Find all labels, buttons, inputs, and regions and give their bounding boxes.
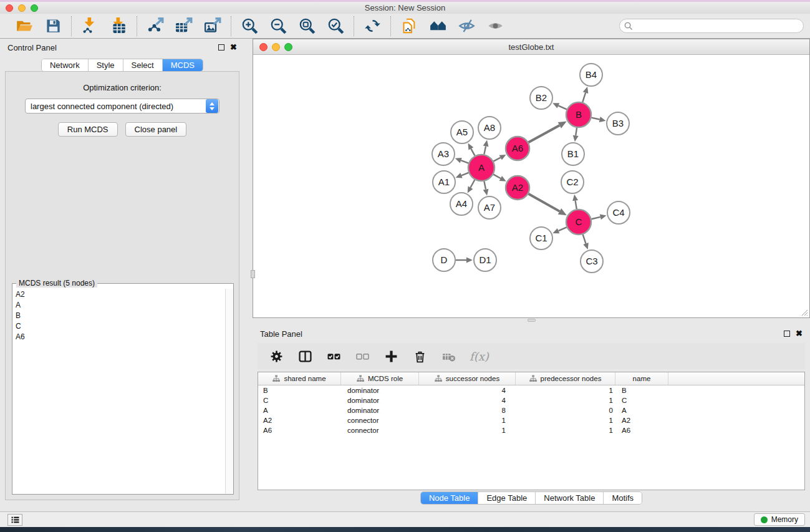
table-cell[interactable]: 1 xyxy=(419,417,516,424)
refresh-button[interactable] xyxy=(363,17,382,36)
resize-grip-icon[interactable] xyxy=(800,308,808,316)
tab-network-table[interactable]: Network Table xyxy=(536,492,604,504)
import-network-button[interactable] xyxy=(80,17,99,36)
graph-edge-C-C2[interactable] xyxy=(576,201,577,210)
close-panel-icon[interactable]: ✖ xyxy=(230,44,237,51)
export-network-button[interactable] xyxy=(146,17,165,36)
mcds-result-item[interactable]: C xyxy=(13,321,224,331)
column-header-name[interactable]: name xyxy=(615,372,668,385)
graph-edge-A-A1[interactable] xyxy=(461,173,468,175)
table-row[interactable]: Cdominator41C xyxy=(258,395,804,405)
table-cell[interactable]: 1 xyxy=(516,417,615,424)
float-table-panel-icon[interactable] xyxy=(784,331,790,337)
function-builder-button[interactable]: f(x) xyxy=(470,350,489,363)
graph-edge-A-A4[interactable] xyxy=(470,180,475,187)
mcds-result-item[interactable]: A2 xyxy=(13,289,224,299)
graph-edge-C-C1[interactable] xyxy=(559,227,567,231)
tab-mcds[interactable]: MCDS xyxy=(163,59,203,71)
network-graph[interactable]: B4B2BB3A5A8A6A3B1AA1C2A2A4A7C4CC1DD1C3 xyxy=(253,55,809,317)
mcds-result-item[interactable]: A xyxy=(13,299,224,310)
deselect-all-button[interactable] xyxy=(355,349,370,364)
network-canvas[interactable]: B4B2BB3A5A8A6A3B1AA1C2A2A4A7C4CC1DD1C3 xyxy=(253,55,809,317)
import-table-button[interactable] xyxy=(109,17,128,36)
table-row[interactable]: Adominator80A xyxy=(258,405,804,415)
tab-select[interactable]: Select xyxy=(123,59,163,71)
graph-edge-A-A6[interactable] xyxy=(493,158,500,162)
add-column-button[interactable] xyxy=(383,349,398,364)
graph-edge-B-B3[interactable] xyxy=(591,118,599,120)
mcds-result-item[interactable]: B xyxy=(13,310,224,321)
table-cell[interactable]: A2 xyxy=(615,417,668,424)
table-cell[interactable]: B xyxy=(258,387,341,394)
task-history-button[interactable] xyxy=(7,514,22,526)
zoom-fit-button[interactable] xyxy=(297,17,316,36)
search-box[interactable] xyxy=(619,19,804,33)
table-cell[interactable]: 8 xyxy=(419,407,516,414)
graph-edge-A6-B[interactable] xyxy=(529,125,560,142)
table-cell[interactable]: 1 xyxy=(419,427,516,434)
table-cell[interactable]: 1 xyxy=(516,427,615,434)
table-cell[interactable]: C xyxy=(615,397,668,404)
table-row[interactable]: A2connector11A2 xyxy=(258,415,804,425)
tab-node-table[interactable]: Node Table xyxy=(421,492,479,504)
graph-edge-A-A2[interactable] xyxy=(493,175,501,178)
graph-edge-A2-C[interactable] xyxy=(528,194,559,211)
table-cell[interactable]: connector xyxy=(341,427,419,434)
tab-motifs[interactable]: Motifs xyxy=(604,492,642,504)
column-header-predecessor-nodes[interactable]: predecessor nodes xyxy=(516,372,615,385)
zoom-in-button[interactable] xyxy=(240,17,259,36)
table-cell[interactable]: dominator xyxy=(341,407,419,414)
tab-edge-table[interactable]: Edge Table xyxy=(478,492,536,504)
table-row[interactable]: Bdominator41B xyxy=(258,385,804,395)
close-table-panel-icon[interactable]: ✖ xyxy=(796,331,803,337)
table-cell[interactable]: B xyxy=(615,387,668,394)
document-network-button[interactable] xyxy=(400,17,418,36)
export-table-button[interactable] xyxy=(175,17,193,36)
table-cell[interactable]: 4 xyxy=(419,397,516,404)
table-row[interactable]: A6connector11A6 xyxy=(258,425,804,435)
float-panel-icon[interactable] xyxy=(218,44,224,51)
table-cell[interactable]: 1 xyxy=(516,387,615,394)
graph-edge-C-C4[interactable] xyxy=(591,217,600,219)
houses-button[interactable] xyxy=(428,17,447,36)
network-window-titlebar[interactable]: testGlobe.txt xyxy=(253,39,809,55)
zoom-selected-button[interactable] xyxy=(326,17,345,36)
table-cell[interactable]: A6 xyxy=(615,427,668,434)
graph-edge-B-B1[interactable] xyxy=(576,128,577,136)
column-header-successor-nodes[interactable]: successor nodes xyxy=(419,372,516,385)
graph-edge-B-B4[interactable] xyxy=(582,93,586,102)
run-mcds-button[interactable]: Run MCDS xyxy=(58,122,118,137)
trash-button[interactable] xyxy=(412,349,427,364)
column-header-shared-name[interactable]: shared name xyxy=(258,372,341,385)
table-cell[interactable]: dominator xyxy=(341,397,419,404)
tab-network[interactable]: Network xyxy=(42,59,89,71)
graph-edge-B-B2[interactable] xyxy=(558,105,566,109)
columns-button[interactable] xyxy=(297,349,312,364)
open-file-button[interactable] xyxy=(15,17,34,36)
column-header-MCDS-role[interactable]: MCDS role xyxy=(341,372,419,385)
table-cell[interactable]: A2 xyxy=(258,417,341,424)
tab-style[interactable]: Style xyxy=(89,59,123,71)
search-input[interactable] xyxy=(633,19,803,32)
select-all-button[interactable] xyxy=(326,349,341,364)
table-cell[interactable]: A xyxy=(615,407,668,414)
window-edge-handle[interactable] xyxy=(251,270,255,278)
gear-button[interactable] xyxy=(269,349,284,364)
export-image-button[interactable] xyxy=(203,17,222,36)
delete-table-button[interactable] xyxy=(441,349,456,364)
result-scrollbar[interactable] xyxy=(225,289,233,493)
table-cell[interactable]: A xyxy=(258,407,341,414)
criterion-select[interactable]: largest connected component (directed) xyxy=(25,99,219,114)
show-eye-button[interactable] xyxy=(486,17,504,36)
memory-button[interactable]: Memory xyxy=(754,513,805,526)
table-cell[interactable]: 4 xyxy=(419,387,516,394)
mcds-result-item[interactable]: A6 xyxy=(13,331,224,342)
graph-edge-A-A5[interactable] xyxy=(471,148,475,155)
graph-edge-A-A3[interactable] xyxy=(461,160,468,163)
table-cell[interactable]: 1 xyxy=(516,397,615,404)
close-panel-button[interactable]: Close panel xyxy=(125,122,187,137)
panel-divider-handle[interactable] xyxy=(528,319,536,322)
graph-edge-A-A7[interactable] xyxy=(484,181,486,190)
hide-eye-button[interactable] xyxy=(457,17,476,36)
table-cell[interactable]: 0 xyxy=(516,407,615,414)
